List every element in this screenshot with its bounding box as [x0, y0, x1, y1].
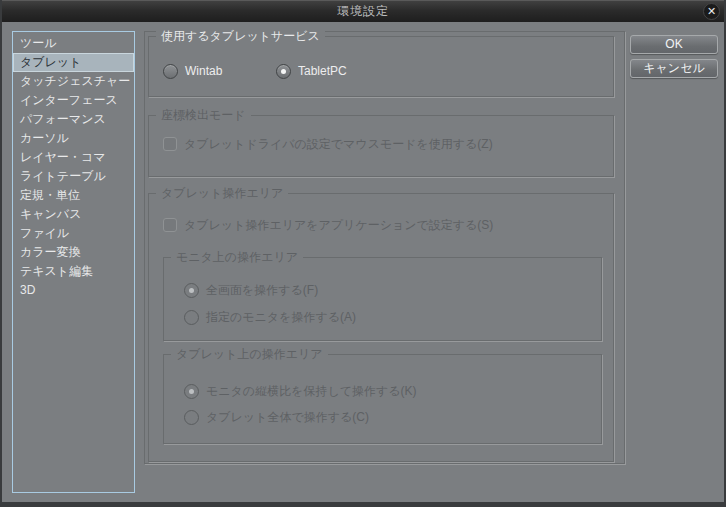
sidebar-item-light-table[interactable]: ライトテーブル: [13, 167, 134, 186]
radio-label: Wintab: [185, 64, 222, 78]
ok-button[interactable]: OK: [630, 35, 718, 54]
close-button[interactable]: ✕: [703, 3, 720, 20]
sidebar-item-canvas[interactable]: キャンバス: [13, 205, 134, 224]
sidebar-item-file[interactable]: ファイル: [13, 224, 134, 243]
checkbox-label: タブレット操作エリアをアプリケーションで設定する(S): [184, 217, 493, 234]
radio-icon: [184, 310, 199, 325]
radio-whole-tablet: タブレット全体で操作する(C): [184, 409, 369, 425]
sidebar-item-touch-gesture[interactable]: タッチジェスチャー: [13, 72, 134, 91]
sidebar-item-layer-frame[interactable]: レイヤー・コマ: [13, 148, 134, 167]
radio-specified-monitor: 指定のモニタを操作する(A): [184, 309, 356, 325]
sidebar-item-interface[interactable]: インターフェース: [13, 91, 134, 110]
radio-keep-aspect-ratio: モニタの縦横比を保持して操作する(K): [184, 383, 417, 399]
sidebar-item-performance[interactable]: パフォーマンス: [13, 110, 134, 129]
radio-icon: [276, 64, 291, 79]
group-tablet-surface-area: タブレット上の操作エリア モニタの縦横比を保持して操作する(K) タブレット全体…: [163, 354, 602, 444]
group-tablet-area: タブレット操作エリア タブレット操作エリアをアプリケーションで設定する(S) モ…: [148, 193, 614, 462]
radio-icon: [184, 384, 199, 399]
sidebar-item-tablet[interactable]: タブレット: [13, 53, 134, 72]
checkbox-app-set-area: タブレット操作エリアをアプリケーションで設定する(S): [163, 217, 493, 233]
group-monitor-area: モニタ上の操作エリア 全画面を操作する(F) 指定のモニタを操作する(A): [163, 257, 602, 341]
sidebar-item-text-edit[interactable]: テキスト編集: [13, 262, 134, 281]
sidebar-item-3d[interactable]: 3D: [13, 281, 134, 300]
radio-icon: [184, 410, 199, 425]
sidebar-item-cursor[interactable]: カーソル: [13, 129, 134, 148]
group-tablet-service: 使用するタブレットサービス Wintab TabletPC: [148, 36, 614, 97]
group-label: モニタ上の操作エリア: [171, 251, 303, 264]
radio-icon: [163, 64, 178, 79]
radio-tabletpc[interactable]: TabletPC: [276, 63, 347, 79]
close-icon: ✕: [707, 5, 716, 17]
sidebar-item-color-conversion[interactable]: カラー変換: [13, 243, 134, 262]
checkbox-label: タブレットドライバの設定でマウスモードを使用する(Z): [184, 136, 493, 153]
group-label: タブレット上の操作エリア: [171, 348, 328, 361]
group-coordinate-mode: 座標検出モード タブレットドライバの設定でマウスモードを使用する(Z): [148, 115, 614, 177]
sidebar-item-ruler-unit[interactable]: 定規・単位: [13, 186, 134, 205]
group-label: タブレット操作エリア: [156, 187, 288, 200]
radio-label: 指定のモニタを操作する(A): [206, 309, 356, 326]
dialog-title: 環境設定: [0, 1, 726, 22]
tablet-settings-panel: 使用するタブレットサービス Wintab TabletPC 座標検出モード タブ…: [144, 31, 625, 464]
checkbox-mouse-mode: タブレットドライバの設定でマウスモードを使用する(Z): [163, 136, 493, 152]
cancel-button[interactable]: キャンセル: [630, 59, 718, 78]
radio-label: TabletPC: [298, 64, 347, 78]
group-label: 座標検出モード: [156, 109, 251, 122]
sidebar-item-tool[interactable]: ツール: [13, 34, 134, 53]
preferences-dialog: 環境設定 ✕ ツール タブレット タッチジェスチャー インターフェース パフォー…: [0, 0, 726, 507]
checkbox-icon: [163, 218, 177, 232]
category-list: ツール タブレット タッチジェスチャー インターフェース パフォーマンス カーソ…: [12, 31, 135, 493]
radio-label: 全画面を操作する(F): [206, 282, 318, 299]
radio-full-screen: 全画面を操作する(F): [184, 282, 318, 298]
radio-label: モニタの縦横比を保持して操作する(K): [206, 383, 417, 400]
radio-wintab[interactable]: Wintab: [163, 63, 222, 79]
radio-icon: [184, 283, 199, 298]
title-bar[interactable]: 環境設定 ✕: [0, 0, 726, 22]
radio-label: タブレット全体で操作する(C): [206, 409, 369, 426]
checkbox-icon: [163, 137, 177, 151]
group-label: 使用するタブレットサービス: [156, 30, 325, 43]
